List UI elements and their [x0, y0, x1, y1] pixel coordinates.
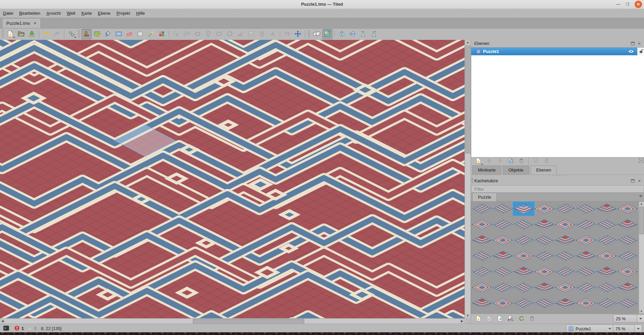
flip-horizontal-button[interactable]	[337, 29, 347, 39]
rotate-left-button[interactable]	[358, 29, 368, 39]
new-layer-button[interactable]	[473, 156, 483, 166]
current-layer-value: Puzzle1	[576, 326, 591, 331]
menu-item-projekt[interactable]: Projekt	[113, 9, 133, 17]
same-tile-select-icon	[158, 30, 165, 39]
remove-layer-button[interactable]	[516, 156, 526, 166]
insert-polygon-icon	[226, 30, 233, 39]
bucket-fill-button[interactable]	[103, 29, 113, 39]
error-icon[interactable]	[14, 325, 20, 332]
reload-tileset-button[interactable]	[516, 314, 526, 324]
new-map-button[interactable]	[5, 29, 15, 39]
map-canvas[interactable]	[0, 40, 465, 318]
tileset-scroll-thumb[interactable]	[639, 207, 644, 234]
maximize-button[interactable]: ❐	[624, 1, 631, 8]
new-tileset-button[interactable]	[473, 314, 483, 324]
close-button[interactable]: ✕	[635, 1, 642, 8]
scroll-down-arrow[interactable]: ▼	[465, 313, 471, 318]
close-panel-icon[interactable]: ✕	[637, 41, 642, 46]
canvas-vertical-scrollbar[interactable]: ▲ ▼	[465, 40, 471, 318]
menu-item-hilfe[interactable]: Hilfe	[133, 9, 148, 17]
tileset-zoom-value: 25 %	[616, 316, 626, 321]
float-panel-icon[interactable]	[631, 41, 636, 46]
dropdown-button[interactable]	[637, 315, 644, 322]
dropdown-arrow-icon	[481, 164, 483, 165]
rotate-object-icon	[283, 30, 291, 39]
lower-layer-button	[495, 156, 505, 166]
menu-item-welt[interactable]: Welt	[64, 9, 78, 17]
layer-visibility-eye-icon[interactable]	[628, 49, 634, 55]
tileset-view[interactable]: ▲ ▼	[471, 201, 644, 314]
undo-button[interactable]	[41, 29, 51, 39]
duplicate-layer-button[interactable]	[505, 156, 516, 166]
scroll-up-arrow[interactable]: ▲	[465, 40, 471, 45]
dock-tab-minikarte[interactable]: Minikarte	[472, 165, 501, 175]
remove-tileset-icon	[529, 315, 535, 323]
current-layer-select[interactable]: Puzzle1	[566, 325, 614, 333]
highlight-current-layer-icon	[324, 30, 331, 39]
scroll-left-arrow[interactable]: ◀	[0, 319, 5, 324]
tileset-zoom-select[interactable]: 25 %	[613, 315, 644, 323]
same-tile-select-button[interactable]	[157, 29, 167, 39]
dock-tab-ebenen[interactable]: Ebenen	[531, 165, 557, 175]
dynamic-wrap-icon[interactable]	[505, 316, 514, 324]
warning-icon[interactable]	[27, 325, 33, 332]
menu-item-datei[interactable]: Datei	[0, 9, 16, 17]
tileset-list-dropdown-icon[interactable]	[639, 195, 642, 197]
insert-text-icon: A	[269, 30, 276, 39]
panel-splitter[interactable]: • • • • • •	[471, 175, 644, 177]
export-tileset-button[interactable]	[495, 314, 505, 324]
commands-button[interactable]	[66, 29, 76, 39]
layer-row[interactable]: Puzzle1	[471, 48, 637, 55]
flip-vertical-button[interactable]	[347, 29, 358, 39]
toolbar-separator	[169, 30, 169, 38]
close-tab-icon[interactable]: ✕	[34, 21, 37, 25]
tileset-filter-input[interactable]	[471, 185, 644, 193]
toggle-lock-layer-icon	[543, 157, 550, 165]
console-icon[interactable]	[3, 325, 9, 332]
highlight-current-layer-button[interactable]	[322, 29, 332, 39]
map-zoom-select[interactable]: 75 %	[613, 325, 642, 333]
menu-item-ansicht[interactable]: Ansicht	[43, 9, 64, 17]
panel-drag-handle[interactable]	[472, 178, 473, 184]
save-button[interactable]	[27, 29, 37, 39]
menu-item-karte[interactable]: Karte	[78, 9, 95, 17]
tileset-scrollbar[interactable]: ▲ ▼	[639, 202, 644, 314]
close-panel-icon[interactable]: ✕	[637, 179, 642, 183]
highlight-current-layer-small-button[interactable]	[636, 156, 644, 166]
menu-item-ebene[interactable]: Ebene	[95, 9, 114, 17]
stamp-brush-button[interactable]	[82, 29, 92, 39]
minimize-button[interactable]: —	[614, 1, 622, 8]
remove-tileset-button[interactable]	[527, 314, 537, 324]
rotate-right-button[interactable]	[369, 29, 379, 39]
terrain-brush-button[interactable]	[92, 29, 102, 39]
rect-select-button[interactable]	[135, 29, 145, 39]
float-panel-icon[interactable]	[631, 179, 636, 183]
vscroll-thumb[interactable]	[465, 46, 471, 153]
menu-item-bearbeiten[interactable]: Bearbeiten	[16, 9, 43, 17]
shape-fill-icon	[115, 30, 122, 39]
document-tab[interactable]: Puzzle1.tmx✕	[2, 18, 41, 28]
tileset-tab-puzzle[interactable]: Puzzle	[472, 193, 497, 202]
eraser-button[interactable]	[124, 29, 135, 39]
redo-icon	[53, 30, 61, 39]
remove-layer-icon	[518, 157, 525, 165]
scroll-down-arrow[interactable]: ▼	[639, 309, 644, 314]
offset-layers-button[interactable]	[293, 29, 303, 39]
scroll-right-arrow[interactable]: ▶	[460, 319, 465, 324]
layer-list[interactable]: Puzzle1	[471, 47, 644, 157]
shape-fill-button[interactable]	[114, 29, 124, 39]
highlight-current-layer-small-icon	[638, 157, 644, 165]
stamp-brush-icon	[83, 30, 90, 39]
canvas-horizontal-scrollbar[interactable]: ◀ ▶	[0, 318, 465, 324]
hscroll-thumb[interactable]	[193, 319, 304, 324]
insert-polyline-button	[235, 29, 246, 39]
layer-lock-gutter[interactable]	[637, 48, 644, 55]
dropdown-button[interactable]	[635, 325, 642, 332]
open-button[interactable]	[16, 29, 26, 39]
magic-wand-button[interactable]	[146, 29, 156, 39]
random-mode-button[interactable]	[312, 29, 322, 39]
toolbar-separator	[334, 30, 335, 38]
dock-tab-objekte[interactable]: Objekte	[503, 165, 529, 175]
scroll-up-arrow[interactable]: ▲	[639, 202, 644, 206]
undo-icon	[43, 30, 50, 39]
